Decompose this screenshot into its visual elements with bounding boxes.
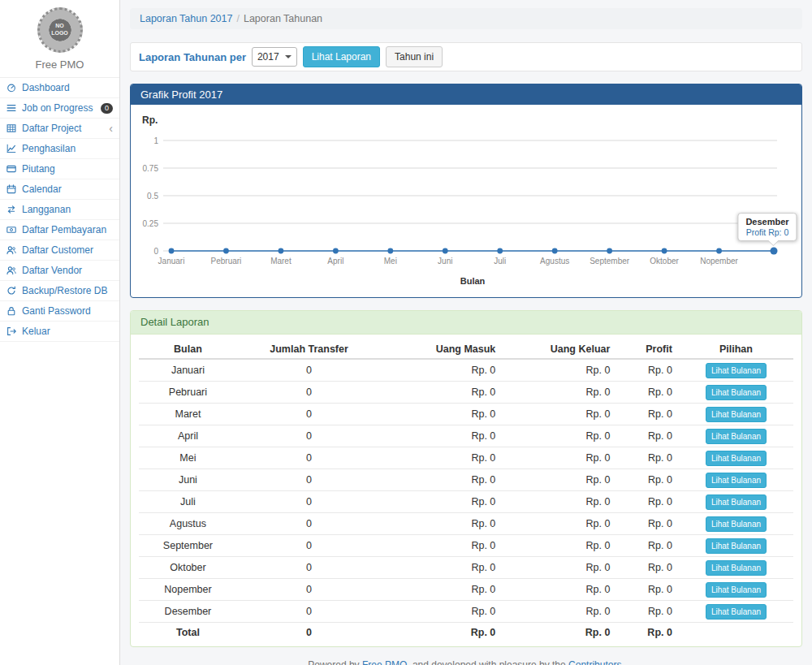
lihat-bulanan-button[interactable]: Lihat Bulanan	[706, 582, 767, 598]
cell-masuk: Rp. 0	[381, 491, 502, 513]
column-header-uang-masuk: Uang Masuk	[381, 339, 502, 359]
cell-keluar: Rp. 0	[502, 513, 616, 535]
cell-profit: Rp. 0	[616, 425, 679, 447]
dashboard-icon	[6, 83, 18, 93]
year-select[interactable]: 2017	[252, 47, 297, 67]
tahun-ini-button[interactable]: Tahun ini	[386, 46, 443, 67]
credit-card-icon	[6, 164, 18, 174]
sidebar-item-piutang[interactable]: Piutang	[0, 159, 119, 179]
cell-transfer: 0	[237, 601, 381, 623]
lihat-laporan-button[interactable]: Lihat Laporan	[303, 46, 380, 67]
year-select-value: 2017	[257, 51, 279, 63]
sidebar-item-penghasilan[interactable]: Penghasilan	[0, 139, 119, 159]
column-header-uang-keluar: Uang Keluar	[502, 339, 616, 359]
breadcrumb-link-laporan-tahun[interactable]: Laporan Tahun 2017	[140, 13, 232, 24]
sidebar-item-label: Calendar	[22, 184, 113, 195]
lihat-bulanan-button[interactable]: Lihat Bulanan	[706, 407, 767, 422]
cell-masuk: Rp. 0	[381, 359, 502, 382]
table-row-desember: Desember0Rp. 0Rp. 0Rp. 0Lihat Bulanan	[139, 601, 793, 623]
sidebar-item-daftar-pembayaran[interactable]: Daftar Pembayaran	[0, 220, 119, 240]
sidebar-item-label: Daftar Vendor	[22, 265, 113, 276]
lihat-bulanan-button[interactable]: Lihat Bulanan	[706, 516, 767, 532]
svg-text:September: September	[590, 257, 630, 266]
cell-profit: Rp. 0	[616, 447, 679, 469]
lihat-bulanan-button[interactable]: Lihat Bulanan	[706, 560, 767, 576]
table-row-agustus: Agustus0Rp. 0Rp. 0Rp. 0Lihat Bulanan	[139, 513, 793, 535]
sidebar-item-ganti-password[interactable]: Ganti Password	[0, 301, 119, 322]
total-cell-bulan: Total	[139, 623, 237, 642]
cell-keluar: Rp. 0	[502, 601, 616, 623]
sidebar-item-label: Ganti Password	[22, 305, 113, 317]
sidebar-item-dashboard[interactable]: Dashboard	[0, 78, 119, 98]
chevron-down-icon	[285, 55, 292, 58]
cell-bulan: Januari	[139, 359, 237, 382]
lihat-bulanan-button[interactable]: Lihat Bulanan	[706, 604, 767, 620]
sidebar-item-label: Daftar Customer	[22, 244, 113, 256]
lihat-bulanan-button[interactable]: Lihat Bulanan	[706, 363, 767, 378]
sidebar-item-label: Backup/Restore DB	[22, 285, 113, 296]
lihat-bulanan-button[interactable]: Lihat Bulanan	[706, 451, 767, 466]
total-cell-profit: Rp. 0	[616, 623, 679, 642]
cell-transfer: 0	[237, 535, 381, 557]
cell-transfer: 0	[237, 359, 381, 382]
sidebar-item-label: Dashboard	[22, 82, 113, 93]
total-row: Total0Rp. 0Rp. 0Rp. 0	[139, 623, 793, 642]
cell-keluar: Rp. 0	[502, 491, 616, 513]
svg-text:0.75: 0.75	[143, 164, 159, 173]
table-row-september: September0Rp. 0Rp. 0Rp. 0Lihat Bulanan	[139, 535, 793, 557]
cell-transfer: 0	[237, 557, 381, 579]
total-cell-transfer: 0	[237, 623, 381, 642]
svg-text:Bulan: Bulan	[460, 276, 486, 286]
cell-keluar: Rp. 0	[502, 469, 616, 491]
brand-name: Free PMO	[0, 58, 119, 71]
footer-link-free-pmo[interactable]: Free PMO	[362, 659, 407, 665]
sidebar-item-daftar-vendor[interactable]: Daftar Vendor	[0, 261, 119, 281]
cell-transfer: 0	[237, 513, 381, 535]
svg-text:Oktober: Oktober	[650, 257, 679, 266]
tooltip-value: Profit Rp: 0	[745, 227, 788, 237]
footer-text-suffix: .	[621, 659, 624, 665]
table-row-mei: Mei0Rp. 0Rp. 0Rp. 0Lihat Bulanan	[139, 447, 793, 469]
cell-masuk: Rp. 0	[381, 382, 502, 404]
lihat-bulanan-button[interactable]: Lihat Bulanan	[706, 429, 767, 444]
cell-profit: Rp. 0	[616, 404, 679, 425]
sidebar-item-label: Job on Progress	[22, 102, 97, 114]
sidebar-item-backup-restore-db[interactable]: Backup/Restore DB	[0, 281, 119, 301]
sidebar-item-job-on-progress[interactable]: Job on Progress0	[0, 98, 119, 119]
app-window: NO LOGO Free PMO DashboardJob on Progres…	[0, 0, 812, 665]
table-row-april: April0Rp. 0Rp. 0Rp. 0Lihat Bulanan	[139, 425, 793, 447]
cell-bulan: September	[139, 535, 237, 557]
lihat-bulanan-button[interactable]: Lihat Bulanan	[706, 473, 767, 488]
logo-area: NO LOGO Free PMO	[0, 0, 119, 77]
lihat-bulanan-button[interactable]: Lihat Bulanan	[706, 385, 767, 400]
cell-bulan: April	[139, 425, 237, 447]
sidebar-item-label: Keluar	[22, 326, 113, 337]
cell-keluar: Rp. 0	[502, 557, 616, 579]
count-badge: 0	[101, 103, 113, 114]
cell-profit: Rp. 0	[616, 359, 679, 382]
exchange-icon	[6, 205, 18, 214]
svg-text:0: 0	[153, 247, 158, 256]
svg-text:1: 1	[153, 136, 158, 145]
lihat-bulanan-button[interactable]: Lihat Bulanan	[706, 538, 767, 554]
cell-masuk: Rp. 0	[381, 601, 502, 623]
no-logo-stamp: NO LOGO	[37, 7, 83, 53]
profit-chart-panel: Grafik Profit 2017 Rp.00.250.50.751Janua…	[130, 84, 802, 298]
users-icon	[6, 266, 18, 275]
report-filter-bar: Laporan Tahunan per 2017 Lihat Laporan T…	[130, 42, 802, 71]
profit-line-chart[interactable]: Rp.00.250.50.751JanuariPebruariMaretApri…	[134, 106, 800, 293]
svg-text:Maret: Maret	[270, 257, 292, 266]
footer-link-contributors[interactable]: Contributors	[568, 659, 621, 665]
sidebar-item-label: Daftar Project	[22, 123, 105, 134]
chevron-left-icon: ‹	[109, 124, 113, 132]
sidebar-item-langganan[interactable]: Langganan	[0, 200, 119, 220]
cell-bulan: Nopember	[139, 579, 237, 601]
sidebar-item-daftar-customer[interactable]: Daftar Customer	[0, 240, 119, 261]
lihat-bulanan-button[interactable]: Lihat Bulanan	[706, 494, 767, 510]
tasks-icon	[6, 103, 18, 113]
cell-bulan: Juni	[139, 469, 237, 491]
cell-keluar: Rp. 0	[502, 579, 616, 601]
sidebar-item-daftar-project[interactable]: Daftar Project‹	[0, 119, 119, 139]
sidebar-item-keluar[interactable]: Keluar	[0, 322, 119, 342]
sidebar-item-calendar[interactable]: Calendar	[0, 179, 119, 200]
